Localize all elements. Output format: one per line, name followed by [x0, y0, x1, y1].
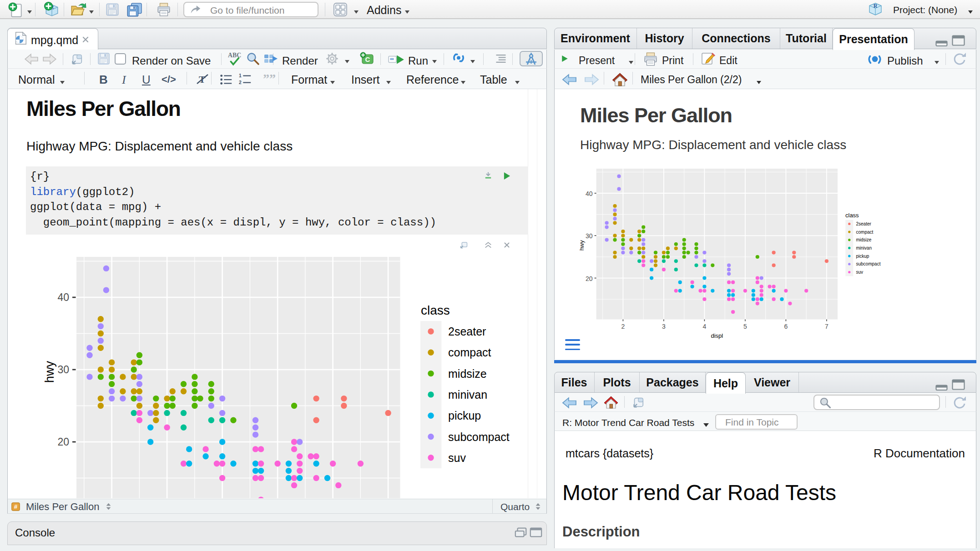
svg-text:2seater: 2seater	[856, 221, 872, 226]
svg-text:2: 2	[621, 323, 625, 330]
svg-text:6: 6	[784, 323, 788, 330]
svg-text:40: 40	[57, 291, 69, 303]
svg-text:#: #	[14, 503, 18, 510]
svg-text:20: 20	[57, 436, 69, 448]
svg-text:5: 5	[743, 323, 747, 330]
svg-text:30: 30	[586, 232, 593, 240]
svg-text:ABC: ABC	[228, 52, 241, 59]
svg-text:C: C	[365, 55, 370, 63]
svg-text:subcompact: subcompact	[856, 261, 881, 266]
svg-text:pickup: pickup	[448, 409, 481, 422]
svg-text:class: class	[845, 212, 859, 219]
svg-text:midsize: midsize	[448, 367, 487, 380]
svg-text:suv: suv	[448, 451, 466, 464]
svg-text:suv: suv	[856, 270, 864, 275]
svg-text:pickup: pickup	[856, 254, 869, 259]
svg-text:minivan: minivan	[448, 388, 487, 401]
svg-text:displ: displ	[711, 332, 723, 339]
svg-text:class: class	[421, 303, 450, 317]
svg-text:4: 4	[703, 323, 707, 330]
svg-text:20: 20	[586, 275, 593, 282]
svg-text:2seater: 2seater	[448, 325, 486, 338]
svg-text:40: 40	[586, 190, 593, 197]
svg-text:””: ””	[263, 72, 276, 85]
svg-text:compact: compact	[856, 230, 874, 235]
svg-text:midsize: midsize	[856, 237, 872, 242]
svg-text:2: 2	[239, 80, 242, 85]
svg-text:hwy: hwy	[43, 361, 56, 383]
svg-text:1: 1	[239, 73, 242, 78]
svg-text:7: 7	[825, 323, 828, 330]
svg-text:30: 30	[57, 364, 69, 376]
svg-text:3: 3	[662, 323, 666, 330]
svg-text:subcompact: subcompact	[448, 431, 510, 443]
svg-text:hwy: hwy	[578, 240, 585, 251]
svg-text:R: R	[874, 3, 878, 9]
svg-text:minivan: minivan	[856, 245, 872, 250]
svg-text:compact: compact	[448, 346, 491, 359]
